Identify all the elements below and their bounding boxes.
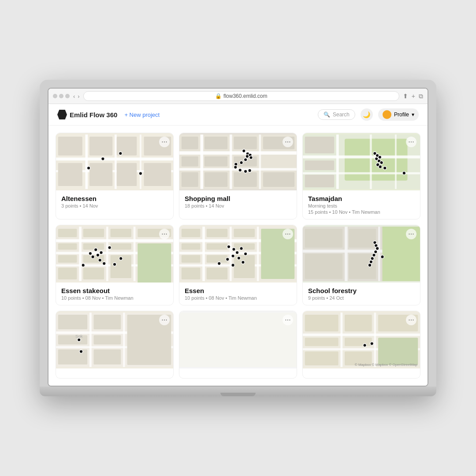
- svg-rect-153: [94, 315, 121, 329]
- svg-point-92: [98, 258, 102, 262]
- svg-point-44: [238, 168, 242, 172]
- svg-point-124: [231, 264, 235, 267]
- svg-rect-56: [305, 175, 335, 187]
- svg-point-62: [380, 161, 383, 164]
- svg-point-177: [370, 342, 374, 346]
- svg-rect-135: [305, 254, 343, 279]
- svg-rect-111: [182, 255, 201, 263]
- svg-rect-132: [378, 227, 380, 281]
- card-meta-school-forestry: 9 points • 24 Oct: [308, 295, 415, 301]
- tabs-icon[interactable]: ⧉: [419, 93, 423, 100]
- back-icon[interactable]: ‹: [73, 93, 75, 100]
- project-card-essen-stakeout[interactable]: ··· Essen stakeout 10 points • 08 Nov • …: [56, 225, 174, 305]
- card-more-essen[interactable]: ···: [283, 229, 293, 239]
- svg-rect-19: [179, 151, 297, 155]
- forward-icon[interactable]: ›: [78, 93, 79, 100]
- card-more-shopping-mall[interactable]: ···: [283, 137, 293, 147]
- project-card-altenessen[interactable]: ··· Altenessen 3 points • 14 Nov: [56, 133, 174, 219]
- svg-rect-102: [202, 227, 205, 281]
- card-map-7: Sok ···: [56, 311, 173, 368]
- svg-point-17: [87, 166, 90, 170]
- logo-text: Emlid Flow 360: [70, 111, 117, 119]
- svg-point-35: [242, 149, 246, 153]
- main-content: ··· Altenessen 3 points • 14 Nov: [48, 126, 428, 386]
- card-title-school-forestry: School forestry: [308, 287, 415, 294]
- project-card-shopping-mall[interactable]: ··· Shopping mall 18 points • 14 Nov: [179, 133, 297, 219]
- svg-rect-108: [182, 243, 201, 249]
- svg-point-59: [378, 156, 382, 159]
- dark-mode-button[interactable]: 🌙: [361, 108, 373, 121]
- project-card-school-forestry[interactable]: ··· School forestry 9 points • 24 Oct: [302, 225, 420, 305]
- close-btn[interactable]: [53, 94, 57, 98]
- svg-rect-72: [106, 227, 108, 281]
- card-map-tasmajdan: ···: [303, 133, 420, 190]
- svg-point-15: [119, 152, 123, 155]
- svg-rect-83: [83, 268, 104, 279]
- card-info-tasmajdan: Tasmajdan Morning tests 15 points • 10 N…: [303, 190, 420, 219]
- svg-point-87: [94, 248, 97, 252]
- card-more-altenessen[interactable]: ···: [159, 137, 170, 147]
- card-more-school-forestry[interactable]: ···: [406, 229, 416, 239]
- minimize-btn[interactable]: [59, 94, 63, 98]
- svg-rect-171: [305, 338, 338, 346]
- add-tab-icon[interactable]: +: [412, 93, 415, 100]
- profile-button[interactable]: Profile ▾: [378, 108, 419, 121]
- svg-rect-23: [259, 134, 261, 189]
- svg-rect-104: [257, 227, 259, 281]
- svg-point-91: [100, 251, 103, 254]
- svg-point-65: [383, 166, 387, 170]
- maximize-btn[interactable]: [65, 94, 70, 98]
- svg-point-145: [368, 264, 372, 267]
- card-more-7[interactable]: ···: [159, 315, 170, 325]
- svg-rect-3: [86, 134, 88, 189]
- svg-rect-113: [182, 268, 201, 279]
- svg-point-64: [379, 165, 382, 169]
- project-card-8[interactable]: ···: [179, 311, 297, 379]
- svg-rect-20: [179, 168, 297, 171]
- card-info-essen-stakeout: Essen stakeout 10 points • 08 Nov • Tim …: [56, 283, 173, 305]
- svg-point-119: [235, 251, 239, 254]
- card-more-essen-stakeout[interactable]: ···: [159, 229, 170, 239]
- project-card-7[interactable]: Sok ···: [56, 311, 174, 379]
- svg-rect-33: [234, 172, 257, 187]
- address-bar[interactable]: 🔒 flow360.emlid.com: [83, 91, 399, 101]
- project-card-essen[interactable]: ··· Essen 10 points • 08 Nov • Tim Newma…: [179, 225, 297, 305]
- svg-rect-6: [58, 137, 82, 156]
- new-project-button[interactable]: + New project: [124, 112, 160, 118]
- svg-rect-51: [336, 134, 339, 189]
- svg-rect-52: [370, 134, 372, 189]
- svg-rect-169: [345, 315, 372, 331]
- svg-point-96: [108, 246, 112, 249]
- svg-point-39: [249, 156, 253, 160]
- project-card-tasmajdan[interactable]: ··· Tasmajdan Morning tests 15 points • …: [302, 133, 420, 219]
- svg-rect-73: [134, 227, 136, 281]
- header-right: 🔍 Search 🌙 Profile ▾: [318, 108, 419, 121]
- svg-rect-32: [205, 172, 227, 187]
- mapbox-credit: © Mapbox © Mapbox © OpenStreetMap: [355, 363, 417, 367]
- card-title-shopping-mall: Shopping mall: [185, 195, 291, 202]
- search-box[interactable]: 🔍 Search: [318, 109, 355, 120]
- profile-avatar: [383, 110, 391, 119]
- svg-rect-26: [234, 137, 257, 149]
- svg-rect-5: [140, 134, 141, 189]
- svg-rect-7: [89, 137, 112, 156]
- svg-rect-166: [341, 312, 343, 367]
- svg-point-46: [248, 169, 252, 172]
- svg-point-90: [96, 253, 100, 257]
- card-more-9[interactable]: ···: [406, 315, 416, 325]
- card-title-tasmajdan: Tasmajdan: [308, 195, 415, 202]
- card-info-shopping-mall: Shopping mall 18 points • 14 Nov: [179, 190, 297, 213]
- card-title-altenessen: Altenessen: [61, 195, 168, 202]
- svg-point-161: [79, 350, 83, 353]
- project-card-9[interactable]: ··· © Mapbox © Mapbox © OpenStreetMap: [302, 311, 420, 379]
- svg-point-123: [242, 260, 245, 264]
- svg-rect-77: [58, 243, 77, 249]
- card-more-tasmajdan[interactable]: ···: [406, 137, 416, 147]
- share-icon[interactable]: ⬆: [403, 93, 408, 100]
- card-title-essen: Essen: [185, 287, 291, 294]
- svg-rect-54: [305, 137, 335, 153]
- laptop-screen: ‹ › 🔒 flow360.emlid.com ⬆ + ⧉ Emlid Flow…: [48, 88, 428, 387]
- card-map-essen-stakeout: ···: [56, 225, 173, 283]
- lock-icon: 🔒: [215, 93, 222, 99]
- card-more-8[interactable]: ···: [283, 315, 293, 325]
